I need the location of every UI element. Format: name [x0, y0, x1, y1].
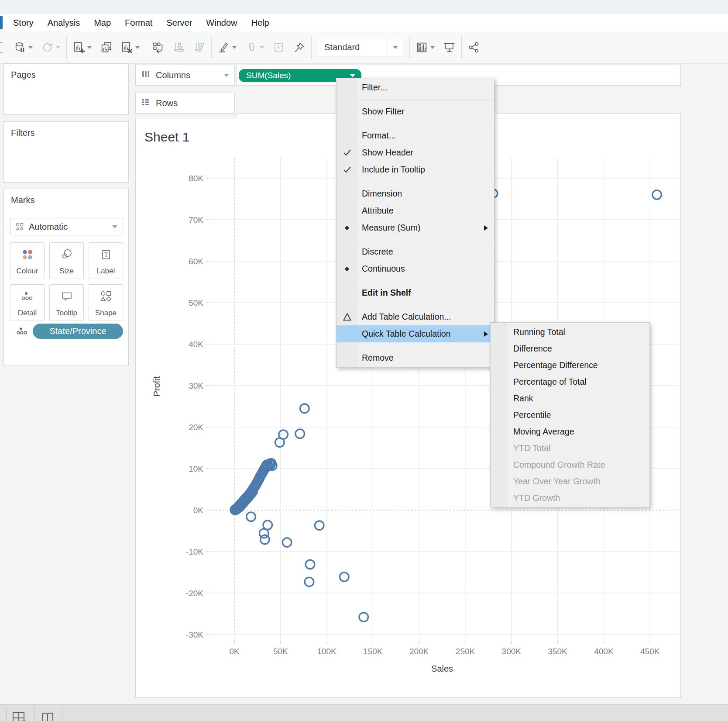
- data-point[interactable]: [279, 430, 288, 439]
- data-point[interactable]: [359, 613, 368, 622]
- marks-button-size[interactable]: Size: [49, 242, 84, 279]
- submenu-item-moving-average[interactable]: Moving Average: [491, 423, 649, 440]
- data-point[interactable]: [306, 560, 315, 569]
- data-point[interactable]: [282, 538, 292, 547]
- marks-button-label[interactable]: TLabel: [89, 242, 123, 279]
- submenu-item-label: Percentile: [513, 410, 551, 420]
- label-icon: T: [100, 248, 113, 261]
- share-button[interactable]: [468, 41, 480, 53]
- menubar-item-window[interactable]: Window: [206, 18, 237, 28]
- chevron-down-icon[interactable]: [135, 46, 140, 49]
- axis-text: -20K: [186, 589, 203, 598]
- submenu-item-percentile[interactable]: Percentile: [491, 407, 649, 423]
- chevron-down-icon[interactable]: [28, 46, 33, 49]
- axis-text: 60K: [189, 257, 203, 266]
- menu-item-filter[interactable]: Filter...: [337, 79, 494, 96]
- submenu-item-percentage-of-total[interactable]: Percentage of Total: [491, 373, 649, 390]
- mark-type-value: Automatic: [29, 222, 68, 232]
- logo-sliver: [0, 16, 3, 29]
- data-point[interactable]: [295, 429, 305, 438]
- rows-icon: [141, 97, 151, 109]
- menu-item-show-header[interactable]: Show Header: [337, 144, 494, 161]
- chevron-down-icon[interactable]: [430, 46, 435, 49]
- marks-button-colour[interactable]: Colour: [10, 242, 45, 279]
- data-source-button[interactable]: [14, 41, 33, 53]
- menubar-item-help[interactable]: Help: [251, 18, 269, 28]
- menubar-item-analysis[interactable]: Analysis: [48, 18, 80, 28]
- axis-text: 50K: [273, 647, 288, 656]
- menu-item-continuous[interactable]: Continuous: [337, 260, 494, 277]
- highlight-button[interactable]: [218, 41, 237, 53]
- detail-icon: [21, 290, 34, 303]
- menu-item-measure-sum[interactable]: Measure (Sum): [337, 219, 494, 236]
- submenu-item-difference[interactable]: Difference: [491, 340, 649, 357]
- share-icon: [468, 41, 480, 53]
- data-point[interactable]: [652, 190, 662, 200]
- menu-item-label: Filter...: [362, 83, 388, 93]
- data-point[interactable]: [261, 535, 270, 544]
- attach-button[interactable]: [245, 41, 264, 53]
- refresh-button[interactable]: [41, 41, 60, 53]
- new-worksheet-icon: [73, 41, 85, 53]
- divider: [62, 707, 62, 721]
- duplicate-button[interactable]: [100, 41, 112, 53]
- new-dashboard-icon[interactable]: [11, 711, 28, 721]
- menu-separator: [337, 178, 494, 185]
- new-story-icon[interactable]: [39, 711, 56, 721]
- data-point[interactable]: [300, 404, 309, 413]
- chevron-down-icon[interactable]: [224, 74, 229, 77]
- marks-button-tooltip[interactable]: Tooltip: [49, 284, 84, 321]
- data-source-icon: [14, 41, 26, 53]
- chevron-down-icon[interactable]: [56, 46, 60, 49]
- submenu-item-label: Running Total: [513, 327, 565, 337]
- menu-item-attribute[interactable]: Attribute: [337, 202, 494, 219]
- submenu-item-percentage-difference[interactable]: Percentage Difference: [491, 357, 649, 373]
- menubar-item-story[interactable]: Story: [13, 18, 34, 28]
- presentation-mode-button[interactable]: [443, 41, 455, 53]
- menu-item-remove[interactable]: Remove: [337, 349, 494, 366]
- menubar-item-map[interactable]: Map: [94, 18, 111, 28]
- marks-button-detail[interactable]: Detail: [10, 284, 45, 321]
- pill-caret-icon[interactable]: [350, 74, 355, 77]
- submenu-item-running-total[interactable]: Running Total: [491, 324, 649, 340]
- data-point[interactable]: [247, 512, 256, 521]
- fit-select[interactable]: Standard: [318, 39, 403, 56]
- data-point[interactable]: [305, 577, 314, 586]
- marks-button-label: Label: [97, 267, 115, 276]
- undo-icon-partial[interactable]: [0, 42, 3, 53]
- marks-button-shape[interactable]: Shape: [89, 284, 123, 321]
- chevron-down-icon[interactable]: [232, 46, 237, 49]
- chevron-down-icon[interactable]: [260, 46, 264, 49]
- menu-item-edit-in-shelf[interactable]: Edit in Shelf: [337, 284, 494, 301]
- menubar-item-format[interactable]: Format: [125, 18, 152, 28]
- text-label-button[interactable]: T: [273, 41, 285, 53]
- submenu-item-rank[interactable]: Rank: [491, 390, 649, 407]
- menubar-item-server[interactable]: Server: [166, 18, 192, 28]
- mark-type-dropdown[interactable]: Automatic: [10, 218, 123, 235]
- data-point[interactable]: [340, 573, 349, 582]
- y-axis-title: Profit: [152, 376, 161, 397]
- menu-item-dimension[interactable]: Dimension: [337, 185, 494, 202]
- show-cards-button[interactable]: [416, 41, 435, 53]
- menu-item-show-filter[interactable]: Show Filter: [337, 103, 494, 120]
- menu-item-discrete[interactable]: Discrete: [337, 243, 494, 260]
- swap-rows-columns-button[interactable]: [152, 41, 164, 53]
- menu-item-include-in-tooltip[interactable]: Include in Tooltip: [337, 161, 494, 178]
- axis-text: 40K: [189, 340, 203, 349]
- menu-item-quick-table-calculation[interactable]: Quick Table Calculation: [337, 325, 494, 342]
- axis-text: 70K: [189, 215, 203, 224]
- divider: [6, 707, 7, 721]
- sort-ascending-button[interactable]: [173, 41, 185, 53]
- sort-descending-button[interactable]: [193, 41, 205, 53]
- state-province-pill[interactable]: State/Province: [33, 324, 123, 339]
- menu-item-format[interactable]: Format...: [337, 127, 494, 144]
- data-point[interactable]: [315, 521, 324, 530]
- clear-sheet-button[interactable]: [121, 41, 140, 53]
- menu-item-add-table-calculation[interactable]: Add Table Calculation...: [337, 308, 494, 325]
- menu-separator: [337, 277, 494, 284]
- axis-text: 150K: [363, 647, 383, 656]
- chevron-down-icon[interactable]: [87, 46, 92, 49]
- fix-axes-button[interactable]: [293, 41, 305, 53]
- menu-item-label: Show Filter: [362, 107, 405, 117]
- new-worksheet-button[interactable]: [73, 41, 92, 53]
